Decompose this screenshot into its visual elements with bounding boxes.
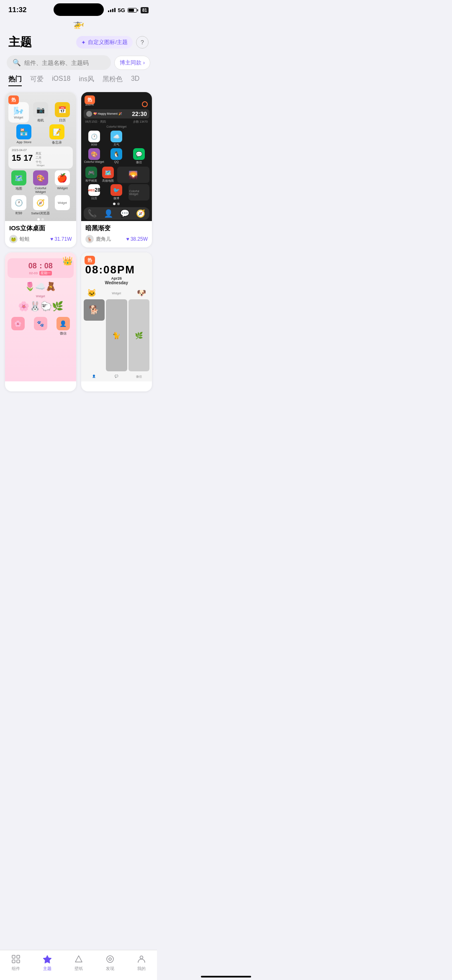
search-box[interactable]: 🔍 <box>7 55 111 70</box>
theme-card-dark[interactable]: 热 100% 💝 Happy Moment 🎉 22:30 <box>81 92 152 247</box>
author-avatar-ios3d: 🐸 <box>9 235 18 243</box>
cute-app1: 🌸 <box>8 317 28 336</box>
author-name-dark: 鹿角儿 <box>96 236 111 243</box>
theme-meta-dark: 🦌 鹿角儿 ♥ 38.25W <box>85 235 148 243</box>
theme-likes-ios3d: ♥ 31.71W <box>50 236 72 242</box>
theme-title-dark: 暗黑渐变 <box>85 224 148 232</box>
theme-card-info-ios3d: IOS立体桌面 🐸 蛙蛙 ♥ 31.71W <box>5 221 76 247</box>
cal-dark: WED 28 日历 <box>84 184 105 201</box>
theme-author-dark: 🦌 鹿角儿 <box>85 235 111 243</box>
heart-icon-dark: ♥ <box>126 236 129 242</box>
happy-moment-bar: 💝 Happy Moment 🎉 22:30 <box>84 109 150 118</box>
colorful-dark: 🎨 Colorful Widget <box>84 148 105 165</box>
question-icon: ? <box>141 39 144 46</box>
battery-level: 81 <box>141 7 149 13</box>
maps-app: 🗺️ 地图 <box>8 170 29 194</box>
theme-card-ios3d[interactable]: 热 🌬️ Widget 📷 相机 📅 日历 <box>5 92 76 247</box>
theme-title-ios3d: IOS立体桌面 <box>9 224 72 232</box>
header-actions: ✦ 自定义图标/主题 ? <box>76 36 149 49</box>
apple-logo-widget: 🍎 Widget <box>52 170 72 194</box>
calendar-app: 📅 日历 <box>52 102 73 123</box>
tab-ins[interactable]: ins风 <box>79 75 94 86</box>
white-time-widget: 08:08PM Apr26 Wednesday <box>84 262 150 287</box>
likes-count-dark: 38.25W <box>131 236 148 242</box>
tab-ios18[interactable]: iOS18 <box>52 75 70 86</box>
blogger-button[interactable]: 博主同款 › <box>114 56 150 70</box>
theme-card-info-white <box>81 381 152 391</box>
theme-card-cute[interactable]: 👑 08：08 02-03 星期一 🌷☁️🧸 Widget 🌸🐰🐑🌿 <box>5 252 76 391</box>
weather-dark: ☁️ 天气 <box>106 131 127 147</box>
status-bar: 11:32 5G 81 <box>0 0 157 18</box>
dynamic-island <box>54 3 104 16</box>
photo-3: 🌿 <box>128 299 150 371</box>
battery-icon <box>128 8 138 13</box>
colorful-widget-app: 🎨 Colorful Widget <box>30 170 51 194</box>
widget3-app: Widget <box>52 195 72 216</box>
star-icon: ✦ <box>81 39 86 46</box>
author-avatar-dark: 🦌 <box>85 235 94 243</box>
wind-widget: 🌬️ Widget <box>8 102 29 123</box>
cute-app3: 👤 微信 <box>53 317 74 336</box>
safari-app: 🧭 Safari浏览器 <box>30 195 51 216</box>
theme-author-ios3d: 🐸 蛙蛙 <box>9 235 30 243</box>
appstore-app: 🏪 App Store <box>8 124 40 145</box>
hot-badge-white: 热 <box>85 256 95 265</box>
theme-preview-dark: 热 100% 💝 Happy Moment 🎉 22:30 <box>81 92 152 221</box>
hot-badge-dark: 热 <box>85 95 95 104</box>
category-tabs: 热门 可爱 iOS18 ins风 黑粉色 3D <box>0 75 157 92</box>
theme-preview-cute: 👑 08：08 02-03 星期一 🌷☁️🧸 Widget 🌸🐰🐑🌿 <box>5 252 76 381</box>
page-header: 主题 ✦ 自定义图标/主题 ? <box>0 31 157 55</box>
gaode-dark: 🗺️ 高德地图 <box>100 167 116 183</box>
clock-dark: 🕐 时钟 <box>84 131 105 147</box>
cute-app2: 🐾 <box>30 317 51 336</box>
hot-badge: 热 <box>8 95 19 104</box>
page-title: 主题 <box>8 34 32 50</box>
network-type: 5G <box>118 7 125 13</box>
tab-3d[interactable]: 3D <box>131 75 139 86</box>
theme-card-white[interactable]: 热 08:08PM Apr26 Wednesday 🐱 Widget 🐶 🐕 🐈… <box>81 252 152 391</box>
status-time: 11:32 <box>8 6 26 14</box>
peace-elite-dark: 🎮 和平精英 <box>84 167 99 183</box>
heart-icon: ♥ <box>50 236 53 242</box>
search-icon: 🔍 <box>13 59 21 67</box>
notes-app: 📝 备忘录 <box>41 124 73 145</box>
theme-meta-ios3d: 🐸 蛙蛙 ♥ 31.71W <box>9 235 72 243</box>
colorful-widget-label-dark: Colorful Widget <box>128 184 150 201</box>
tab-hot[interactable]: 热门 <box>8 75 22 86</box>
customize-label: 自定义图标/主题 <box>88 39 128 46</box>
wechat-dark: 💬 微信 <box>128 148 150 165</box>
crown-badge-cute: 👑 <box>62 256 73 266</box>
help-button[interactable]: ? <box>136 36 149 49</box>
author-name-ios3d: 蛙蛙 <box>20 236 30 243</box>
weibo-dark: 🐦 微博 <box>106 184 127 201</box>
theme-card-info-dark: 暗黑渐变 🦌 鹿角儿 ♥ 38.25W <box>81 221 152 247</box>
tab-black[interactable]: 黑粉色 <box>103 75 123 86</box>
date-widget: 2023-04-07 15 17 周五二月十七 Widget <box>8 147 73 169</box>
blogger-label: 博主同款 › <box>120 59 145 67</box>
signal-icon <box>108 8 116 12</box>
camera-app: 📷 相机 <box>31 102 51 123</box>
search-input[interactable] <box>24 59 105 66</box>
customize-button[interactable]: ✦ 自定义图标/主题 <box>76 36 133 49</box>
landscape-widget: 🌄 <box>117 167 149 183</box>
theme-likes-dark: ♥ 38.25W <box>126 236 148 242</box>
theme-card-info-cute <box>5 381 76 391</box>
tab-cute[interactable]: 可爱 <box>30 75 44 86</box>
likes-count-ios3d: 31.71W <box>54 236 72 242</box>
theme-preview-white: 热 08:08PM Apr26 Wednesday 🐱 Widget 🐶 🐕 🐈… <box>81 252 152 381</box>
qq-dark: 🐧 QQ <box>106 148 127 165</box>
theme-preview-ios3d: 热 🌬️ Widget 📷 相机 📅 日历 <box>5 92 76 221</box>
photo-2: 🐈 <box>106 299 127 371</box>
status-right: 5G 81 <box>108 7 149 13</box>
drone-decoration: 🚁 <box>0 18 157 31</box>
theme-grid: 热 🌬️ Widget 📷 相机 📅 日历 <box>0 92 157 425</box>
search-row: 🔍 博主同款 › <box>0 55 157 75</box>
clock-app: 🕐 时钟 <box>8 195 29 216</box>
photo-1: 🐕 <box>84 299 105 321</box>
